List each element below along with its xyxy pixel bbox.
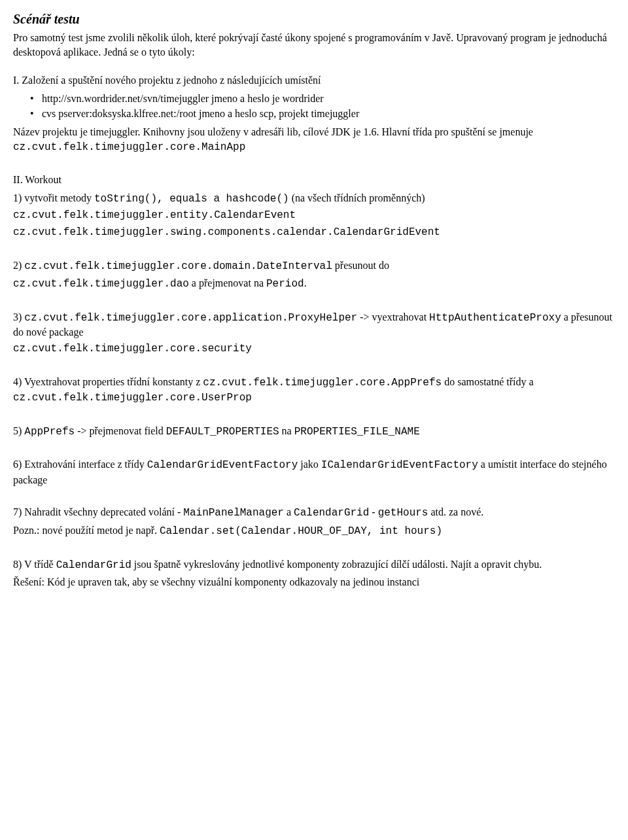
workout-item-5: 5) AppPrefs -> přejmenovat field DEFAULT… <box>13 424 615 440</box>
workout-item-4: 4) Vyextrahovat properties třídní konsta… <box>13 375 615 406</box>
workout-item-8: 8) V třídě CalendarGrid jsou špatně vykr… <box>13 557 615 589</box>
code-span: getHours <box>378 507 428 519</box>
text: 8) V třídě <box>13 559 56 570</box>
code-span: cz.cvut.felk.timejuggler.dao <box>13 278 189 290</box>
code-span: AppPrefs <box>24 426 75 438</box>
section-2-heading: II. Workout <box>13 173 615 187</box>
section-1-bullets: http://svn.wordrider.net/svn/timejuggler… <box>30 92 615 121</box>
text: jsou špatně vykreslovány jednotlivé komp… <box>131 559 542 570</box>
code-span: CalendarGrid <box>56 559 131 571</box>
workout-item-2: 2) cz.cvut.felk.timejuggler.core.domain.… <box>13 258 615 292</box>
text: jako <box>298 459 321 470</box>
text: -> přejmenovat field <box>75 425 166 436</box>
text: 3) <box>13 311 24 323</box>
code-span: cz.cvut.felk.timejuggler.core.AppPrefs <box>203 377 442 389</box>
code-span: HttpAuthenticateProxy <box>429 312 561 324</box>
code-span: CalendarGrid <box>294 507 369 519</box>
text: 2) <box>13 260 24 271</box>
code-span: Calendar.set(Calendar.HOUR_OF_DAY, int h… <box>160 525 442 537</box>
text: -> vyextrahovat <box>357 311 429 323</box>
text: 4) Vyextrahovat properties třídní konsta… <box>13 376 203 387</box>
intro-paragraph: Pro samotný test jsme zvolili několik úl… <box>13 31 615 59</box>
text: 7) Nahradit všechny deprecated volání - <box>13 506 183 517</box>
workout-item-1: 1) vytvořit metody toString(), equals a … <box>13 191 615 207</box>
code-line: cz.cvut.felk.timejuggler.core.security <box>13 342 615 357</box>
workout-item-8-solution: Řešení: Kód je upraven tak, aby se všech… <box>13 575 615 589</box>
bullet-item: http://svn.wordrider.net/svn/timejuggler… <box>30 92 615 106</box>
text: do samostatné třídy a <box>442 376 533 387</box>
text: na <box>279 425 294 436</box>
section-1-after: Název projektu je timejuggler. Knihovny … <box>13 125 615 154</box>
workout-item-7: 7) Nahradit všechny deprecated volání - … <box>13 505 615 538</box>
page-title: Scénář testu <box>13 10 615 28</box>
text: Pozn.: nové použítí metod je např. <box>13 525 160 536</box>
text: (na všech třídních proměnných) <box>289 192 425 203</box>
text: a <box>284 506 294 517</box>
text: atd. za nové. <box>428 506 483 517</box>
text: 1) vytvořit metody <box>13 192 94 203</box>
text: . <box>304 277 307 289</box>
code-span: cz.cvut.felk.timejuggler.core.applicatio… <box>24 312 357 324</box>
section-2: II. Workout 1) vytvořit metody toString(… <box>13 173 615 589</box>
code-span: DEFAULT_PROPERTIES <box>166 426 279 438</box>
code-span: cz.cvut.felk.timejuggler.core.UserProp <box>13 392 252 404</box>
text: 5) <box>13 425 24 436</box>
workout-item-3: 3) cz.cvut.felk.timejuggler.core.applica… <box>13 310 615 357</box>
code-span: toString(), equals a hashcode() <box>94 193 289 205</box>
code-span: Period <box>266 278 304 290</box>
code-span: PROPERTIES_FILE_NAME <box>294 426 420 438</box>
bullet-item: cvs pserver:doksyska.klfree.net:/root jm… <box>30 107 615 121</box>
text: a přejmenovat na <box>189 277 266 289</box>
text: Název projektu je timejuggler. Knihovny … <box>13 126 533 137</box>
code-span: cz.cvut.felk.timejuggler.core.MainApp <box>13 141 245 153</box>
workout-item-1-line3: cz.cvut.felk.timejuggler.swing.component… <box>13 226 615 240</box>
workout-item-1-line2: cz.cvut.felk.timejuggler.entity.Calendar… <box>13 209 615 223</box>
code-span: ICalendarGridEventFactory <box>321 459 478 471</box>
workout-item-6: 6) Extrahování interface z třídy Calenda… <box>13 457 615 487</box>
text: - <box>369 506 377 517</box>
code-span: cz.cvut.felk.timejuggler.core.domain.Dat… <box>24 260 332 272</box>
code-span: CalendarGridEventFactory <box>147 459 298 471</box>
text: přesunout do <box>332 260 389 271</box>
text: 6) Extrahování interface z třídy <box>13 459 147 470</box>
section-1-heading: I. Založení a spuštění nového projektu z… <box>13 73 615 88</box>
code-span: MainPanelManager <box>183 507 284 519</box>
